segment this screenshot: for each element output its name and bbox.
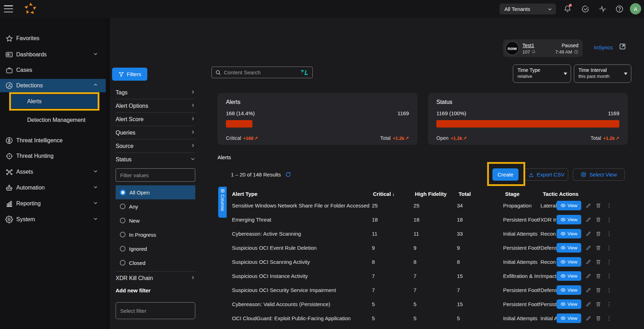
- delete-trash-icon[interactable]: [596, 287, 601, 293]
- export-csv-button[interactable]: Export CSV: [525, 168, 568, 181]
- kebab-menu-icon[interactable]: ⋮: [606, 202, 613, 209]
- edit-pencil-icon[interactable]: [586, 259, 591, 265]
- select-filter-input[interactable]: [116, 302, 195, 319]
- filter-group-source[interactable]: Source: [116, 139, 195, 153]
- status-option-all-open[interactable]: All Open: [116, 185, 195, 199]
- chevron-right-icon: [190, 103, 195, 109]
- delete-trash-icon[interactable]: [596, 203, 601, 208]
- sidebar-item-assets[interactable]: Assets: [0, 165, 106, 179]
- tasks-check-icon[interactable]: [580, 4, 590, 14]
- view-button[interactable]: View: [557, 285, 581, 295]
- filter-group-status[interactable]: Status: [116, 153, 195, 166]
- view-button[interactable]: View: [557, 299, 581, 309]
- time-interval-dropdown[interactable]: Time Interval this past month: [574, 64, 631, 83]
- delete-trash-icon[interactable]: [596, 316, 601, 321]
- help-icon[interactable]: [614, 4, 624, 14]
- filter-group-xdr-kill-chain[interactable]: XDR Kill Chain: [116, 272, 195, 285]
- sidebar-item-favorites[interactable]: Favorites: [0, 32, 106, 45]
- edit-pencil-icon[interactable]: [586, 245, 591, 250]
- edit-pencil-icon[interactable]: [586, 302, 591, 307]
- status-option-ignored[interactable]: Ignored: [116, 242, 195, 256]
- table-row[interactable]: Emerging Threat 18 18 18 Persistent Foot…: [232, 212, 613, 226]
- sidebar-item-automation[interactable]: Automation: [0, 181, 106, 194]
- query-syntax-icon[interactable]: [300, 69, 309, 76]
- external-link-icon[interactable]: [619, 43, 626, 51]
- sidebar-item-system[interactable]: System: [0, 213, 106, 226]
- column-header-tactic[interactable]: Tactic: [543, 191, 559, 197]
- kebab-menu-icon[interactable]: ⋮: [606, 315, 613, 322]
- kebab-menu-icon[interactable]: ⋮: [606, 230, 613, 237]
- edit-pencil-icon[interactable]: [586, 231, 591, 236]
- create-button[interactable]: Create: [492, 168, 519, 181]
- status-option-in-progress[interactable]: In Progress: [116, 228, 195, 242]
- table-row[interactable]: Suspicious OCI Security Service Impairme…: [232, 283, 613, 297]
- delete-trash-icon[interactable]: [596, 217, 601, 222]
- user-avatar[interactable]: A: [630, 3, 641, 14]
- status-option-any[interactable]: Any: [116, 199, 195, 213]
- edit-pencil-icon[interactable]: [586, 287, 591, 293]
- table-row[interactable]: Cybereason: Valid Accounts (Persistence)…: [232, 297, 613, 311]
- view-button[interactable]: View: [557, 257, 581, 267]
- view-button[interactable]: View: [557, 314, 581, 323]
- edit-pencil-icon[interactable]: [586, 217, 591, 222]
- content-search-input[interactable]: [224, 69, 298, 75]
- snapshot-name-link[interactable]: Test1: [522, 43, 534, 48]
- notifications-bell-icon[interactable]: [563, 4, 572, 14]
- view-button[interactable]: View: [557, 215, 581, 224]
- view-button[interactable]: View: [557, 243, 581, 253]
- view-button[interactable]: View: [557, 229, 581, 238]
- delete-trash-icon[interactable]: [596, 259, 601, 265]
- kebab-menu-icon[interactable]: ⋮: [606, 273, 613, 279]
- column-header-critical[interactable]: Critical↓: [373, 191, 415, 197]
- status-option-new[interactable]: New: [116, 213, 195, 228]
- columns-tab[interactable]: Columns: [218, 187, 227, 218]
- sidebar-item-detections[interactable]: Detections: [0, 79, 106, 92]
- sidebar-item-threat-intelligence[interactable]: Threat Intelligence: [0, 134, 106, 147]
- filter-group-alert-options[interactable]: Alert Options: [116, 99, 195, 113]
- tenant-selector[interactable]: All Tenants: [499, 4, 556, 14]
- sidebar-subitem-detection-management[interactable]: Detection Management: [11, 113, 98, 127]
- time-type-dropdown[interactable]: Time Type relative: [513, 64, 571, 83]
- kebab-menu-icon[interactable]: ⋮: [606, 287, 613, 293]
- table-row[interactable]: Suspicious OCI Instance Activity 7 7 15 …: [232, 269, 613, 283]
- column-header-stage[interactable]: Stage: [505, 191, 543, 197]
- delete-trash-icon[interactable]: [596, 245, 601, 250]
- table-row[interactable]: OCI CloudGuard: Exploit Public-Facing Ap…: [232, 311, 613, 325]
- filters-button[interactable]: Filters: [112, 68, 147, 81]
- view-button[interactable]: View: [557, 271, 581, 281]
- bell-small-icon: [532, 50, 536, 54]
- sidebar-item-cases[interactable]: Cases: [0, 63, 106, 77]
- hamburger-menu-icon[interactable]: [4, 5, 13, 12]
- delete-trash-icon[interactable]: [596, 231, 601, 236]
- sidebar-item-threat-hunting[interactable]: Threat Hunting: [0, 149, 106, 163]
- sidebar-item-reporting[interactable]: Reporting: [0, 197, 106, 210]
- delete-trash-icon[interactable]: [596, 273, 601, 279]
- column-header-total[interactable]: Total: [459, 191, 505, 197]
- kebab-menu-icon[interactable]: ⋮: [606, 259, 613, 265]
- kebab-menu-icon[interactable]: ⋮: [606, 244, 613, 251]
- refresh-icon[interactable]: [285, 172, 291, 178]
- filter-group-queries[interactable]: Queries: [116, 126, 195, 139]
- sidebar-item-dashboards[interactable]: Dashboards: [0, 48, 106, 61]
- kebab-menu-icon[interactable]: ⋮: [606, 301, 613, 308]
- edit-pencil-icon[interactable]: [586, 273, 591, 279]
- column-header-alert-type[interactable]: Alert Type: [232, 191, 373, 197]
- edit-pencil-icon[interactable]: [586, 316, 591, 321]
- kebab-menu-icon[interactable]: ⋮: [606, 216, 613, 223]
- filter-group-alert-score[interactable]: Alert Score: [116, 113, 195, 126]
- activity-pulse-icon[interactable]: [597, 4, 607, 14]
- edit-pencil-icon[interactable]: [586, 203, 591, 208]
- sidebar-subitem-alerts[interactable]: Alerts: [11, 94, 98, 108]
- insyncs-link[interactable]: InSyncs: [594, 44, 613, 50]
- table-row[interactable]: Suspicious OCI Event Rule Deletion 9 9 9…: [232, 241, 613, 255]
- status-option-closed[interactable]: Closed: [116, 256, 195, 270]
- table-row[interactable]: Suspicious OCI Scanning Activity 8 8 8 I…: [232, 255, 613, 269]
- table-row[interactable]: Sensitive Windows Network Share File or …: [232, 198, 613, 212]
- column-header-high-fidelity[interactable]: High Fidelity: [415, 191, 459, 197]
- delete-trash-icon[interactable]: [596, 302, 601, 307]
- table-row[interactable]: Cybereason: Active Scanning 11 11 33 Ini…: [232, 226, 613, 241]
- select-view-button[interactable]: Select View: [573, 168, 625, 181]
- view-button[interactable]: View: [557, 201, 581, 210]
- filter-values-input[interactable]: [116, 168, 195, 182]
- filter-group-tags[interactable]: Tags: [116, 86, 195, 99]
